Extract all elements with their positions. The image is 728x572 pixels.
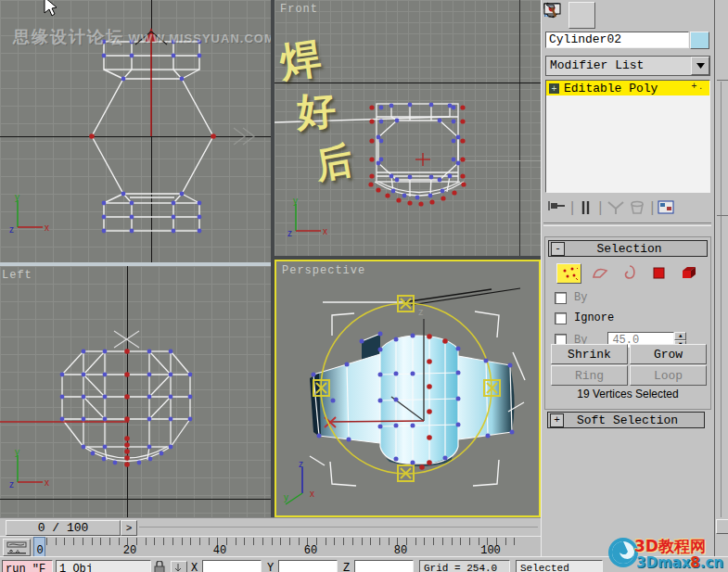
trackbar-tick-label: 60 — [304, 544, 317, 557]
spinner-up-icon[interactable]: ▲ — [674, 332, 686, 340]
expand-plus-icon[interactable]: + — [550, 413, 564, 427]
logo-url-suf: .cn — [700, 554, 723, 571]
absolute-mode-toggle[interactable] — [171, 561, 187, 572]
svg-text:z: z — [287, 228, 292, 238]
z-coord-label: Z — [343, 562, 350, 572]
polygon-mode-button[interactable] — [647, 263, 671, 282]
tab-display[interactable] — [645, 2, 671, 25]
selection-lock-icon[interactable] — [154, 561, 165, 572]
viewport-perspective[interactable]: Perspective — [275, 260, 541, 517]
front-axis-tripod: y x z — [280, 197, 336, 243]
viewport-perspective-label: Perspective — [282, 264, 365, 277]
modifier-stack-item-editable-poly[interactable]: + Editable Poly + . — [546, 81, 709, 95]
x-coord-field[interactable] — [202, 560, 262, 572]
panel-edge-mark — [717, 80, 728, 81]
svg-text:x: x — [45, 222, 49, 233]
handwritten-note-char2: 好 — [295, 84, 338, 139]
time-slider-thumb[interactable]: 0 / 100 — [6, 520, 121, 536]
show-end-result-icon[interactable] — [577, 199, 595, 216]
panel-edge-strip — [714, 0, 728, 572]
svg-text:y: y — [15, 448, 19, 457]
ignore-backfacing-checkbox[interactable] — [555, 312, 567, 324]
pin-stack-icon[interactable] — [545, 199, 568, 216]
time-slider-track[interactable] — [139, 527, 538, 528]
collapse-minus-icon[interactable]: - — [551, 242, 565, 256]
by-vertex-row: By — [555, 291, 710, 304]
viewport-splitter-horizontal-right[interactable] — [275, 256, 541, 260]
remove-modifier-icon[interactable] — [627, 199, 647, 216]
configure-modifier-sets-icon[interactable] — [657, 199, 677, 216]
maxscript-mini-listener[interactable]: run "F — [2, 560, 53, 572]
object-name-field[interactable]: Cylinder02 — [545, 32, 689, 48]
loop-button[interactable]: Loop — [630, 365, 707, 386]
y-coord-field[interactable] — [278, 560, 338, 572]
perspective-axis-tripod: z x y — [282, 458, 338, 508]
edge-mode-button[interactable] — [588, 263, 611, 282]
soft-selection-rollout-header[interactable]: + Soft Selection — [547, 412, 705, 428]
modifier-stack[interactable]: + Editable Poly + . — [545, 80, 710, 193]
viewport-splitter-horizontal-left[interactable] — [0, 262, 271, 266]
time-slider-bar: 0 / 100 > — [0, 517, 541, 537]
svg-text:y: y — [15, 193, 19, 202]
trackbar-tick-label: 40 — [213, 544, 226, 557]
make-unique-icon[interactable] — [605, 199, 627, 216]
open-mini-trackbar-button[interactable] — [3, 539, 31, 556]
mouse-cursor — [41, 0, 61, 18]
modifier-list-label: Modifier List — [550, 58, 644, 72]
ring-button[interactable]: Ring — [551, 365, 628, 386]
svg-text:z: z — [9, 224, 14, 235]
viewport-top[interactable]: y x z 思缘设计论坛 WWW.MISSYUAN.COM — [0, 0, 271, 262]
shrink-button[interactable]: Shrink — [551, 344, 628, 364]
panel-divider — [543, 222, 711, 226]
y-coord-label: Y — [267, 562, 274, 572]
svg-text:x: x — [310, 489, 314, 499]
panel-edge-box — [716, 519, 728, 534]
x-coord-label: X — [191, 562, 198, 572]
command-panel: Cylinder02 Modifier List + Editable Poly… — [541, 0, 715, 572]
logo-url-pre: 3Dmax — [636, 554, 690, 571]
trackbar-tick-label: 0 — [36, 544, 43, 557]
element-mode-button[interactable] — [677, 263, 700, 282]
top-axis-tripod: y x z — [2, 193, 57, 239]
grow-button[interactable]: Grow — [630, 344, 707, 364]
absolute-mode-icon — [173, 564, 183, 572]
svg-text:x: x — [45, 477, 49, 488]
tab-modify[interactable] — [568, 2, 595, 29]
tab-hierarchy[interactable] — [595, 2, 620, 25]
modifier-list-arrow-button[interactable] — [691, 57, 709, 75]
svg-text:z: z — [299, 459, 303, 469]
viewport-left-label: Left — [2, 269, 32, 282]
vertex-mode-button[interactable] — [556, 263, 581, 284]
selection-rollout-title: Selection — [568, 242, 690, 256]
max-application-window: { "watermark": { "text1": "思缘设计论坛", "tex… — [0, 0, 728, 572]
border-mode-button[interactable] — [618, 263, 641, 282]
viewport-front[interactable]: Front — [275, 0, 541, 256]
border-icon — [621, 265, 638, 280]
tab-motion[interactable] — [620, 2, 645, 25]
object-color-swatch[interactable] — [690, 32, 709, 49]
viewport-front-label: Front — [280, 3, 318, 16]
svg-text:z: z — [418, 306, 424, 317]
panel-edge-mark — [717, 215, 728, 216]
site-logo: 3D教程网 3Dmax8.cn — [605, 534, 728, 572]
stack-sparkle-marks: + . — [692, 81, 702, 91]
tab-utilities[interactable] — [671, 2, 696, 25]
z-coord-field[interactable] — [354, 560, 414, 572]
ignore-backfacing-label: Ignore — [574, 311, 614, 324]
watermark-url: WWW.MISSYUAN.COM — [128, 32, 271, 45]
modifier-list-dropdown[interactable]: Modifier List — [545, 56, 710, 76]
selection-rollout-header[interactable]: - Selection — [548, 240, 708, 257]
track-bar[interactable]: 0 20 40 60 80 100 — [0, 536, 541, 557]
watermark-cn: 思缘设计论坛 — [13, 28, 124, 46]
trackbar-ticks — [46, 538, 521, 545]
svg-text:y: y — [293, 197, 298, 206]
next-frame-button[interactable]: > — [121, 520, 137, 536]
svg-text:z: z — [9, 479, 14, 489]
subobject-icon-row — [545, 260, 710, 286]
stack-item-label: Editable Poly — [564, 82, 658, 95]
viewport-left[interactable]: Left — [0, 266, 271, 517]
by-vertex-checkbox[interactable] — [555, 292, 567, 304]
logo-url-num: 8 — [690, 554, 699, 571]
expand-plus-icon[interactable]: + — [549, 83, 559, 94]
utilities-tab-icon — [543, 2, 560, 19]
